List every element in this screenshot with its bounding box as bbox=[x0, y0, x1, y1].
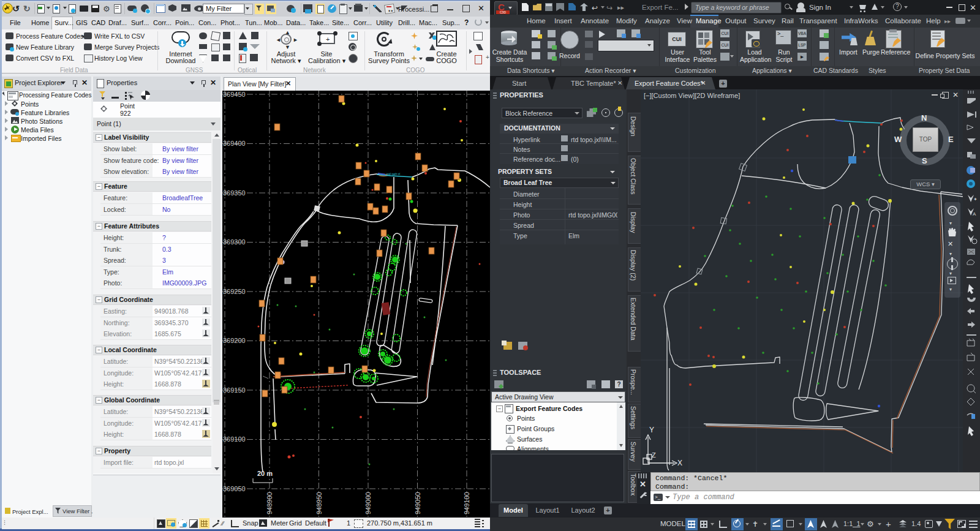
svg-text:369450: 369450 bbox=[223, 91, 246, 98]
svg-text:369350: 369350 bbox=[223, 189, 246, 197]
svg-text:A: A bbox=[973, 211, 976, 217]
svg-text:X: X bbox=[677, 459, 682, 467]
svg-text:369250: 369250 bbox=[223, 288, 246, 295]
svg-text:369100: 369100 bbox=[223, 435, 246, 443]
svg-text:trail path trl: trail path trl bbox=[386, 173, 400, 176]
svg-text:949050: 949050 bbox=[414, 492, 421, 514]
svg-text:369050: 369050 bbox=[223, 485, 246, 492]
svg-text:949000: 949000 bbox=[364, 492, 372, 514]
svg-text:948900: 948900 bbox=[266, 492, 273, 514]
svg-text:369300: 369300 bbox=[223, 238, 246, 246]
svg-text:948950: 948950 bbox=[315, 492, 323, 514]
svg-text:20 m: 20 m bbox=[257, 470, 273, 477]
svg-text:369150: 369150 bbox=[223, 386, 246, 394]
svg-text:Y: Y bbox=[649, 426, 654, 434]
svg-text:369400: 369400 bbox=[223, 140, 246, 147]
svg-text:369200: 369200 bbox=[223, 337, 246, 344]
svg-text:✦: ✦ bbox=[973, 197, 978, 202]
svg-text:949100: 949100 bbox=[463, 492, 470, 514]
svg-text:Z: Z bbox=[652, 451, 656, 459]
